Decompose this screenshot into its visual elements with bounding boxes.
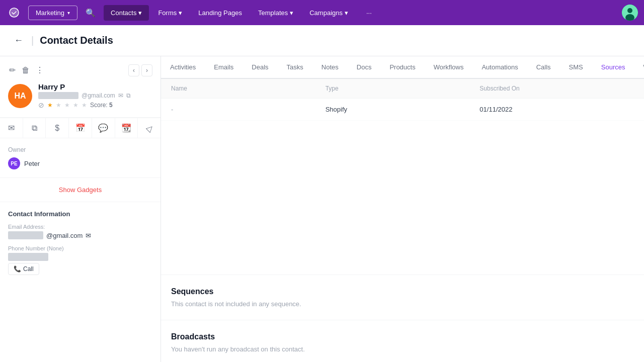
task-action-button[interactable]: 📅 xyxy=(69,118,92,138)
app-logo[interactable] xyxy=(6,5,22,21)
tab-products[interactable]: Products xyxy=(380,56,424,79)
email-domain: @gmail.com xyxy=(82,92,115,99)
email-field-value: @gmail.com ✉ xyxy=(8,231,152,239)
email-icon: ✉ xyxy=(86,232,91,239)
send-action-button[interactable]: ▷ xyxy=(138,118,160,138)
row-subscribed-on: 01/11/2022 xyxy=(479,106,634,113)
email-field-label: Email Address: xyxy=(8,224,152,230)
email-value-blur xyxy=(8,231,43,239)
chevron-down-icon: ▾ xyxy=(290,9,293,17)
schedule-action-button[interactable]: 📆 xyxy=(115,118,138,138)
row-name: - xyxy=(171,106,326,113)
trash-icon: 🗑 xyxy=(22,66,30,74)
tab-activities[interactable]: Activities xyxy=(161,56,205,79)
email-domain-value: @gmail.com xyxy=(46,232,83,239)
broadcasts-section: Broadcasts You haven't run any broadcast… xyxy=(161,320,644,362)
tabs-row: Activities Emails Deals Tasks Notes Docs… xyxy=(161,56,644,79)
star-empty-4: ★ xyxy=(82,102,87,109)
contact-score-row: ⊘ ★ ★ ★ ★ ★ Score: 5 xyxy=(38,101,152,109)
row-type: Shopify xyxy=(326,106,480,113)
marketing-dropdown-btn[interactable]: Marketing ▾ xyxy=(28,6,77,20)
col-type: Type xyxy=(326,85,480,92)
nav-item-contacts[interactable]: Contacts ▾ xyxy=(104,5,149,21)
contact-details: Harry P @gmail.com ✉ ⧉ ⊘ ★ ★ ★ ★ ★ xyxy=(38,82,152,109)
table-row: - Shopify 01/11/2022 xyxy=(161,99,644,121)
sequences-section: Sequences This contact is not included i… xyxy=(161,275,644,320)
page-header: ← | Contact Details xyxy=(0,25,644,56)
prev-contact-button[interactable]: ‹ xyxy=(128,64,139,76)
back-arrow-icon: ← xyxy=(14,35,23,45)
email-icon: ✉ xyxy=(118,92,123,99)
dollar-icon: $ xyxy=(55,124,59,133)
contact-name: Harry P xyxy=(38,82,152,91)
more-options-button[interactable]: ⋮ xyxy=(35,64,45,76)
sequences-empty-text: This contact is not included in any sequ… xyxy=(171,300,634,308)
tab-sources[interactable]: Sources xyxy=(592,56,634,79)
deal-action-button[interactable]: $ xyxy=(46,118,69,138)
edit-contact-button[interactable]: ✏ xyxy=(8,64,17,76)
back-button[interactable]: ← xyxy=(12,33,25,48)
edit-icon: ✏ xyxy=(9,66,16,74)
broadcasts-empty-text: You haven't run any broadcast on this co… xyxy=(171,345,634,353)
star-empty-1: ★ xyxy=(56,102,61,109)
email-action-button[interactable]: ✉ xyxy=(0,118,23,138)
col-subscribed-on: Subscribed On xyxy=(479,85,634,92)
tab-deals[interactable]: Deals xyxy=(243,56,277,79)
contact-info-section-title: Contact Information xyxy=(8,210,152,218)
sequences-heading: Sequences xyxy=(171,287,634,296)
nav-item-campaigns[interactable]: Campaigns ▾ xyxy=(302,5,355,21)
delete-contact-button[interactable]: 🗑 xyxy=(21,65,31,76)
contact-information-section: Contact Information Email Address: @gmai… xyxy=(0,202,160,289)
no-email-icon: ⊘ xyxy=(38,101,44,109)
action-icons-row: ✉ ⧉ $ 📅 💬 📆 ▷ xyxy=(0,118,160,138)
tab-workflows[interactable]: Workflows xyxy=(425,56,473,79)
main-layout: ✏ 🗑 ⋮ ‹ › HA xyxy=(0,56,644,362)
copy-icon: ⧉ xyxy=(32,124,37,133)
tab-notes[interactable]: Notes xyxy=(312,56,348,79)
phone-field-label: Phone Number (None) xyxy=(8,245,152,251)
page-title: Contact Details xyxy=(40,35,113,46)
tab-sms[interactable]: SMS xyxy=(560,56,592,79)
owner-label: Owner xyxy=(8,146,152,153)
nav-item-landing-pages[interactable]: Landing Pages xyxy=(191,5,249,21)
send-icon: ▷ xyxy=(144,123,155,134)
contact-avatar: HA xyxy=(8,84,32,108)
copy-action-button[interactable]: ⧉ xyxy=(23,118,46,138)
phone-icon: 📞 xyxy=(14,265,21,273)
star-empty-2: ★ xyxy=(64,102,70,109)
tab-docs[interactable]: Docs xyxy=(348,56,381,79)
phone-value-blur xyxy=(8,253,48,261)
top-navigation: Marketing ▾ 🔍 Contacts ▾ Forms ▾ Landing… xyxy=(0,0,644,25)
tab-emails[interactable]: Emails xyxy=(205,56,243,79)
more-icon: ⋮ xyxy=(36,66,44,74)
search-button[interactable]: 🔍 xyxy=(79,4,102,22)
owner-avatar: PE xyxy=(8,157,20,169)
call-button[interactable]: 📞 Call xyxy=(8,263,39,275)
contact-email-row: @gmail.com ✉ ⧉ xyxy=(38,92,152,99)
owner-name: Peter xyxy=(24,160,40,167)
tab-tasks[interactable]: Tasks xyxy=(278,56,312,79)
owner-section: Owner PE Peter xyxy=(0,138,160,178)
show-gadgets-button[interactable]: Show Gadgets xyxy=(59,186,102,194)
marketing-label: Marketing xyxy=(36,9,64,17)
nav-more-btn[interactable]: ··· xyxy=(359,5,379,21)
user-avatar[interactable] xyxy=(622,5,638,21)
card-navigation: ‹ › xyxy=(128,64,152,76)
table-header: Name Type Subscribed On xyxy=(161,79,644,99)
nav-item-forms[interactable]: Forms ▾ xyxy=(151,5,189,21)
tab-web-analytics[interactable]: Web Analytics xyxy=(634,56,644,79)
tab-automations[interactable]: Automations xyxy=(472,56,527,79)
nav-item-templates[interactable]: Templates ▾ xyxy=(251,5,300,21)
star-filled: ★ xyxy=(47,102,53,109)
next-contact-button[interactable]: › xyxy=(141,64,152,76)
phone-field-value xyxy=(8,253,152,261)
search-icon: 🔍 xyxy=(86,9,96,17)
copy-icon[interactable]: ⧉ xyxy=(126,92,131,99)
tab-calls[interactable]: Calls xyxy=(527,56,560,79)
sources-table: Name Type Subscribed On - Shopify 01/11/… xyxy=(161,79,644,275)
phone-field: Phone Number (None) 📞 Call xyxy=(8,245,152,275)
email-field: Email Address: @gmail.com ✉ xyxy=(8,224,152,239)
sms-action-button[interactable]: 💬 xyxy=(92,118,115,138)
chevron-down-icon: ▾ xyxy=(138,9,142,17)
email-blur xyxy=(38,92,78,99)
